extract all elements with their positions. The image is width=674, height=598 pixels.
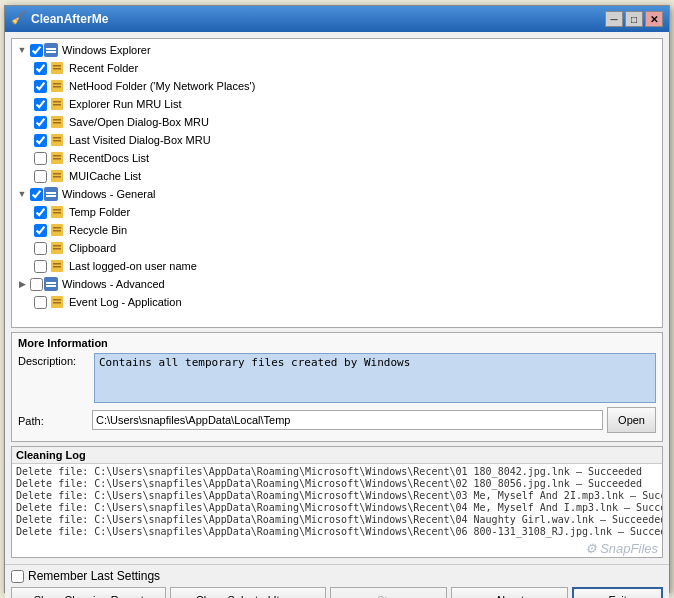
maximize-button[interactable]: □ [625,11,643,27]
log-line: Delete file: C:\Users\snapfiles\AppData\… [16,466,658,477]
item-label-save-open-dialog: Save/Open Dialog-Box MRU [69,116,209,128]
minimize-button[interactable]: ─ [605,11,623,27]
tree-item-nethood-folder[interactable]: NetHood Folder ('My Network Places') [14,77,660,95]
path-input[interactable] [92,410,603,430]
svg-rect-26 [46,195,56,197]
item-icon-recentdocs-list [50,150,66,166]
title-bar: 🧹 CleanAfterMe ─ □ ✕ [5,6,669,32]
tree-item-clipboard[interactable]: Clipboard [14,239,660,257]
item-icon-muicache-list [50,168,66,184]
svg-rect-28 [53,209,61,211]
svg-rect-25 [46,192,56,194]
expand-icon[interactable]: ▼ [16,188,28,200]
log-line: Delete file: C:\Users\snapfiles\AppData\… [16,526,658,537]
item-label-windows-advanced: Windows - Advanced [62,278,165,290]
main-window: 🧹 CleanAfterMe ─ □ ✕ ▼Windows ExplorerRe… [4,5,670,593]
item-label-event-log: Event Log - Application [69,296,182,308]
item-checkbox-clipboard[interactable] [34,242,47,255]
item-icon-event-log [50,294,66,310]
item-checkbox-recycle-bin[interactable] [34,224,47,237]
item-label-recentdocs-list: RecentDocs List [69,152,149,164]
description-field[interactable] [94,353,656,403]
item-label-clipboard: Clipboard [69,242,116,254]
svg-rect-8 [53,86,61,88]
tree-item-save-open-dialog[interactable]: Save/Open Dialog-Box MRU [14,113,660,131]
expand-icon[interactable]: ▼ [16,44,28,56]
log-line: Delete file: C:\Users\snapfiles\AppData\… [16,490,658,501]
tree-item-recentdocs-list[interactable]: RecentDocs List [14,149,660,167]
remember-label: Remember Last Settings [28,569,160,583]
path-row: Path: Open [18,407,656,433]
tree-item-temp-folder[interactable]: Temp Folder [14,203,660,221]
item-label-recent-folder: Recent Folder [69,62,138,74]
bottom-bar: Remember Last Settings Show Cleaning Rep… [5,564,669,598]
item-icon-explorer-run-mru [50,96,66,112]
svg-rect-34 [53,245,61,247]
item-checkbox-windows-advanced[interactable] [30,278,43,291]
item-checkbox-temp-folder[interactable] [34,206,47,219]
about-button[interactable]: About [451,587,568,598]
exit-button[interactable]: Exit [572,587,663,598]
path-label: Path: [18,413,88,427]
close-button[interactable]: ✕ [645,11,663,27]
cleaning-log-panel: Cleaning Log Delete file: C:\Users\snapf… [11,446,663,558]
item-icon-clipboard [50,240,66,256]
tree-item-windows-advanced[interactable]: ▶Windows - Advanced [14,275,660,293]
svg-rect-38 [53,266,61,268]
item-icon-windows-explorer [43,42,59,58]
item-label-temp-folder: Temp Folder [69,206,130,218]
svg-rect-11 [53,104,61,106]
tree-item-last-logged-on[interactable]: Last logged-on user name [14,257,660,275]
title-buttons: ─ □ ✕ [605,11,663,27]
item-icon-nethood-folder [50,78,66,94]
svg-rect-43 [53,299,61,301]
svg-rect-32 [53,230,61,232]
more-info-title: More Information [18,337,656,349]
item-checkbox-last-visited-dialog[interactable] [34,134,47,147]
svg-rect-44 [53,302,61,304]
more-info-panel: More Information Description: Path: Open [11,332,663,442]
item-label-muicache-list: MUICache List [69,170,141,182]
item-checkbox-save-open-dialog[interactable] [34,116,47,129]
svg-rect-35 [53,248,61,250]
show-report-button[interactable]: Show Cleaning Report [11,587,166,598]
svg-rect-7 [53,83,61,85]
svg-rect-5 [53,68,61,70]
description-row: Description: [18,353,656,403]
tree-item-last-visited-dialog[interactable]: Last Visited Dialog-Box MRU [14,131,660,149]
tree-item-windows-general[interactable]: ▼Windows - General [14,185,660,203]
item-icon-temp-folder [50,204,66,220]
item-icon-windows-general [43,186,59,202]
stop-button[interactable]: Stop [330,587,447,598]
tree-item-explorer-run-mru[interactable]: Explorer Run MRU List [14,95,660,113]
svg-rect-29 [53,212,61,214]
svg-rect-40 [46,282,56,284]
window-title: CleanAfterMe [31,12,605,26]
item-label-explorer-run-mru: Explorer Run MRU List [69,98,181,110]
item-checkbox-muicache-list[interactable] [34,170,47,183]
item-checkbox-recentdocs-list[interactable] [34,152,47,165]
svg-rect-23 [53,176,61,178]
item-checkbox-event-log[interactable] [34,296,47,309]
log-content[interactable]: Delete file: C:\Users\snapfiles\AppData\… [12,464,662,540]
item-checkbox-windows-explorer[interactable] [30,44,43,57]
item-checkbox-last-logged-on[interactable] [34,260,47,273]
tree-item-windows-explorer[interactable]: ▼Windows Explorer [14,41,660,59]
tree-panel[interactable]: ▼Windows ExplorerRecent FolderNetHood Fo… [11,38,663,328]
svg-rect-10 [53,101,61,103]
tree-item-recycle-bin[interactable]: Recycle Bin [14,221,660,239]
tree-item-muicache-list[interactable]: MUICache List [14,167,660,185]
item-checkbox-explorer-run-mru[interactable] [34,98,47,111]
open-button[interactable]: Open [607,407,656,433]
button-row: Show Cleaning Report Clean Selected Item… [11,587,663,598]
tree-item-event-log[interactable]: Event Log - Application [14,293,660,311]
remember-checkbox[interactable] [11,570,24,583]
expand-icon[interactable]: ▶ [16,278,28,290]
item-checkbox-nethood-folder[interactable] [34,80,47,93]
item-checkbox-windows-general[interactable] [30,188,43,201]
tree-item-recent-folder[interactable]: Recent Folder [14,59,660,77]
clean-selected-button[interactable]: Clean Selected Items [170,587,325,598]
item-icon-windows-advanced [43,276,59,292]
item-checkbox-recent-folder[interactable] [34,62,47,75]
svg-rect-14 [53,122,61,124]
